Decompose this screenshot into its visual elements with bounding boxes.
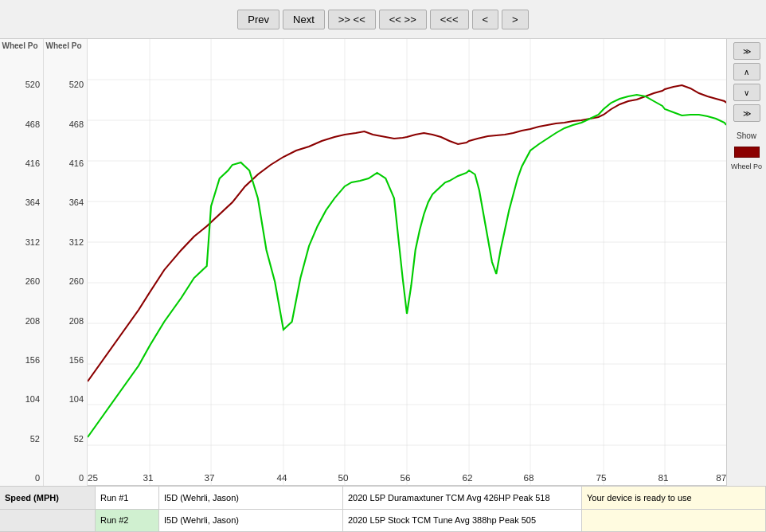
double-down-icon: ≫ (743, 47, 751, 56)
y-val-208-l: 208 (0, 317, 40, 326)
svg-text:50: 50 (338, 473, 348, 483)
scroll-up-btn[interactable]: ∧ (733, 63, 760, 80)
right-panel: ≫ ∧ ∨ ≫ Show Wheel Po (726, 39, 766, 486)
y-val-52-r: 52 (44, 435, 84, 444)
y-val-520-r: 520 (44, 80, 84, 89)
svg-text:75: 75 (596, 473, 606, 483)
y-val-364-r: 364 (44, 198, 84, 207)
svg-text:68: 68 (523, 473, 533, 483)
y-val-260-l: 260 (0, 277, 40, 286)
run2-empty (0, 510, 96, 532)
y-val-416-r: 416 (44, 159, 84, 168)
y-val-104-l: 104 (0, 395, 40, 404)
svg-text:56: 56 (400, 473, 410, 483)
device-message: Your device is ready to use (582, 487, 766, 509)
chart-area: 25 31 37 44 50 56 62 68 75 81 87 (88, 39, 726, 486)
y-val-364-l: 364 (0, 198, 40, 207)
speed-label: Speed (MPH) (0, 487, 96, 509)
y-val-468-r: 468 (44, 120, 84, 129)
skip-right-button[interactable]: >> << (328, 10, 376, 29)
wheel-po-label: Wheel Po (731, 162, 762, 170)
toolbar: Prev Next >> << << >> <<< < > (0, 0, 766, 39)
bottom-bar: Speed (MPH) Run #1 I5D (Wehrli, Jason) 2… (0, 486, 766, 532)
y-val-156-r: 156 (44, 356, 84, 365)
y-axis-left-1: Wheel Po 520 468 416 364 312 260 208 156… (0, 39, 44, 486)
up-arrow-icon: ∧ (744, 68, 749, 76)
y-axis-left-title: Wheel Po (0, 42, 40, 50)
y-val-0-r: 0 (44, 474, 84, 483)
run1-tune: 2020 L5P Duramaxtuner TCM Avg 426HP Peak… (343, 487, 582, 509)
bottom-row-2: Run #2 I5D (Wehrli, Jason) 2020 L5P Stoc… (0, 510, 766, 533)
skip-left-button[interactable]: << >> (379, 10, 427, 29)
run2-description: I5D (Wehrli, Jason) (159, 510, 343, 532)
svg-text:87: 87 (716, 473, 726, 483)
svg-text:31: 31 (143, 473, 154, 483)
y-val-104-r: 104 (44, 395, 84, 404)
down-arrow-icon: ∨ (744, 88, 749, 97)
arrow-right-button[interactable]: > (502, 10, 529, 29)
y-val-260-r: 260 (44, 277, 84, 286)
y-val-468-l: 468 (0, 120, 40, 129)
scroll-double-down-btn[interactable]: ≫ (733, 42, 760, 60)
main-area: Wheel Po 520 468 416 364 312 260 208 156… (0, 39, 766, 486)
scroll-down-btn[interactable]: ∨ (733, 84, 760, 101)
far-left-button[interactable]: <<< (430, 10, 469, 29)
bottom-row-1: Speed (MPH) Run #1 I5D (Wehrli, Jason) 2… (0, 487, 766, 510)
svg-text:44: 44 (276, 473, 287, 483)
wheel-po-legend (734, 147, 760, 158)
y-axis-left-2: Wheel Po 520 468 416 364 312 260 208 156… (44, 39, 88, 486)
svg-text:62: 62 (463, 473, 473, 483)
y-val-52-l: 52 (0, 435, 40, 444)
y-val-208-r: 208 (44, 317, 84, 326)
y-val-520-l: 520 (0, 80, 40, 89)
y-val-156-l: 156 (0, 356, 40, 365)
y-val-0-l: 0 (0, 474, 40, 483)
arrow-left-button[interactable]: < (472, 10, 499, 29)
prev-button[interactable]: Prev (237, 10, 279, 29)
run2-tune: 2020 L5P Stock TCM Tune Avg 388hp Peak 5… (343, 510, 582, 532)
y-val-312-r: 312 (44, 238, 84, 247)
next-button[interactable]: Next (283, 10, 325, 29)
svg-text:25: 25 (88, 473, 98, 483)
run2-empty2 (582, 510, 766, 532)
y-axis-right-title: Wheel Po (44, 42, 84, 50)
y-val-416-l: 416 (0, 159, 40, 168)
show-label: Show (737, 131, 756, 140)
run1-description: I5D (Wehrli, Jason) (159, 487, 343, 509)
run2-id: Run #2 (96, 510, 159, 532)
run1-id: Run #1 (96, 487, 159, 509)
scroll-double-down2-btn[interactable]: ≫ (733, 104, 760, 122)
y-val-312-l: 312 (0, 238, 40, 247)
svg-text:37: 37 (204, 473, 214, 483)
double-down2-icon: ≫ (743, 109, 751, 118)
svg-text:81: 81 (658, 473, 668, 483)
